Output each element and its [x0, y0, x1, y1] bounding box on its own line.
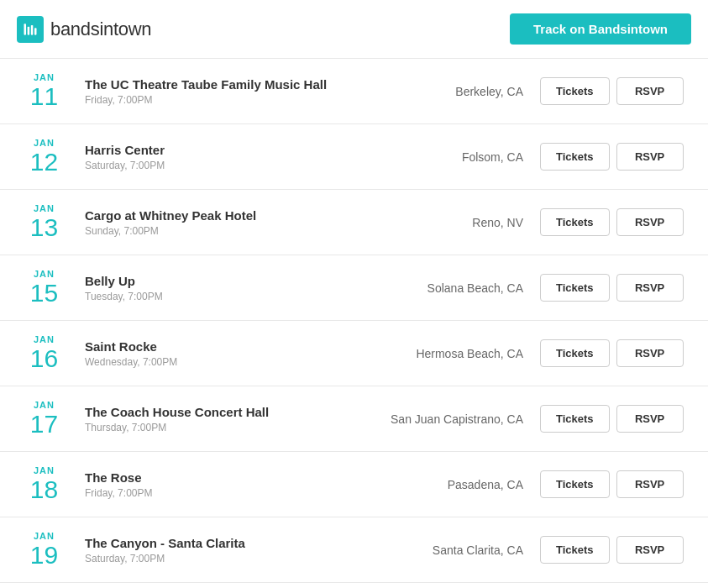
event-day: 13 [17, 213, 71, 241]
bandsintown-logo-icon [17, 16, 44, 43]
event-month: JAN [17, 334, 71, 344]
svg-rect-1 [28, 26, 30, 34]
event-venue-col: Belly Up Tuesday, 7:00PM [71, 274, 389, 302]
event-location: San Juan Capistrano, CA [389, 412, 540, 426]
event-venue-col: The Rose Friday, 7:00PM [71, 470, 389, 499]
event-day: 18 [17, 475, 71, 503]
event-venue-col: Saint Rocke Wednesday, 7:00PM [71, 339, 389, 368]
rsvp-button[interactable]: RSVP [616, 77, 684, 105]
event-row: JAN 13 Cargo at Whitney Peak Hotel Sunda… [0, 190, 708, 255]
event-time: Friday, 7:00PM [85, 94, 375, 106]
tickets-button[interactable]: Tickets [540, 143, 610, 171]
event-actions: Tickets RSVP [540, 470, 691, 498]
rsvp-button[interactable]: RSVP [616, 536, 684, 564]
event-actions: Tickets RSVP [540, 339, 691, 367]
event-time: Saturday, 7:00PM [85, 553, 375, 564]
event-row: JAN 15 Belly Up Tuesday, 7:00PM Solana B… [0, 255, 708, 321]
event-location: Pasadena, CA [389, 478, 540, 491]
event-day: 11 [17, 82, 71, 110]
event-date: JAN 11 [17, 72, 71, 110]
event-time: Wednesday, 7:00PM [85, 356, 375, 368]
event-time: Saturday, 7:00PM [85, 160, 375, 171]
rsvp-button[interactable]: RSVP [616, 405, 684, 433]
events-list: JAN 11 The UC Theatre Taube Family Music… [0, 59, 708, 588]
event-row: JAN 18 The Rose Friday, 7:00PM Pasadena,… [0, 452, 708, 517]
tickets-button[interactable]: Tickets [540, 274, 610, 302]
rsvp-button[interactable]: RSVP [616, 470, 684, 498]
event-month: JAN [17, 72, 71, 82]
event-location: Berkeley, CA [389, 85, 540, 98]
event-actions: Tickets RSVP [540, 208, 691, 236]
event-row: JAN 20 Canyon Club - Agoura Hills Sunday… [0, 583, 708, 588]
event-row: JAN 12 Harris Center Saturday, 7:00PM Fo… [0, 124, 708, 190]
venue-name: Belly Up [85, 274, 375, 288]
svg-rect-2 [31, 25, 34, 35]
event-actions: Tickets RSVP [540, 405, 691, 433]
tickets-button[interactable]: Tickets [540, 208, 610, 236]
rsvp-button[interactable]: RSVP [616, 208, 684, 236]
event-date: JAN 16 [17, 334, 71, 372]
tickets-button[interactable]: Tickets [540, 405, 610, 433]
event-row: JAN 11 The UC Theatre Taube Family Music… [0, 59, 708, 124]
event-month: JAN [17, 203, 71, 213]
event-date: JAN 19 [17, 531, 71, 569]
event-day: 15 [17, 279, 71, 307]
event-actions: Tickets RSVP [540, 536, 691, 564]
venue-name: The UC Theatre Taube Family Music Hall [85, 77, 375, 92]
event-row: JAN 19 The Canyon - Santa Clarita Saturd… [0, 517, 708, 583]
tickets-button[interactable]: Tickets [540, 339, 610, 367]
event-date: JAN 13 [17, 203, 71, 241]
event-month: JAN [17, 531, 71, 541]
event-time: Thursday, 7:00PM [85, 422, 375, 433]
tickets-button[interactable]: Tickets [540, 536, 610, 564]
track-button[interactable]: Track on Bandsintown [510, 13, 691, 45]
event-actions: Tickets RSVP [540, 143, 691, 171]
tickets-button[interactable]: Tickets [540, 470, 610, 498]
svg-rect-0 [24, 24, 27, 34]
event-row: JAN 16 Saint Rocke Wednesday, 7:00PM Her… [0, 321, 708, 386]
tickets-button[interactable]: Tickets [540, 77, 610, 105]
venue-name: Saint Rocke [85, 339, 375, 354]
venue-name: The Rose [85, 470, 375, 485]
event-venue-col: The Canyon - Santa Clarita Saturday, 7:0… [71, 536, 389, 564]
event-location: Solana Beach, CA [389, 281, 540, 295]
event-month: JAN [17, 400, 71, 410]
rsvp-button[interactable]: RSVP [616, 339, 684, 367]
svg-rect-3 [34, 28, 37, 34]
event-venue-col: Cargo at Whitney Peak Hotel Sunday, 7:00… [71, 208, 389, 237]
event-month: JAN [17, 269, 71, 279]
event-day: 16 [17, 344, 71, 372]
event-venue-col: The Coach House Concert Hall Thursday, 7… [71, 405, 389, 433]
event-actions: Tickets RSVP [540, 274, 691, 302]
event-location: Hermosa Beach, CA [389, 347, 540, 360]
event-month: JAN [17, 138, 71, 148]
venue-name: The Canyon - Santa Clarita [85, 536, 375, 550]
event-date: JAN 15 [17, 269, 71, 307]
venue-name: Harris Center [85, 143, 375, 157]
event-time: Friday, 7:00PM [85, 487, 375, 499]
venue-name: The Coach House Concert Hall [85, 405, 375, 419]
rsvp-button[interactable]: RSVP [616, 274, 684, 302]
logo-area: bandsintown [17, 16, 151, 43]
logo-text: bandsintown [50, 18, 151, 40]
event-row: JAN 17 The Coach House Concert Hall Thur… [0, 386, 708, 452]
header: bandsintown Track on Bandsintown [0, 0, 708, 59]
event-day: 17 [17, 410, 71, 438]
event-date: JAN 17 [17, 400, 71, 438]
event-time: Tuesday, 7:00PM [85, 291, 375, 302]
event-day: 19 [17, 541, 71, 569]
event-month: JAN [17, 465, 71, 475]
event-location: Reno, NV [389, 216, 540, 229]
event-venue-col: The UC Theatre Taube Family Music Hall F… [71, 77, 389, 106]
rsvp-button[interactable]: RSVP [616, 143, 684, 171]
event-day: 12 [17, 148, 71, 176]
venue-name: Cargo at Whitney Peak Hotel [85, 208, 375, 223]
event-date: JAN 12 [17, 138, 71, 176]
event-time: Sunday, 7:00PM [85, 225, 375, 237]
event-venue-col: Harris Center Saturday, 7:00PM [71, 143, 389, 171]
event-actions: Tickets RSVP [540, 77, 691, 105]
event-location: Santa Clarita, CA [389, 543, 540, 557]
event-location: Folsom, CA [389, 150, 540, 164]
event-date: JAN 18 [17, 465, 71, 503]
